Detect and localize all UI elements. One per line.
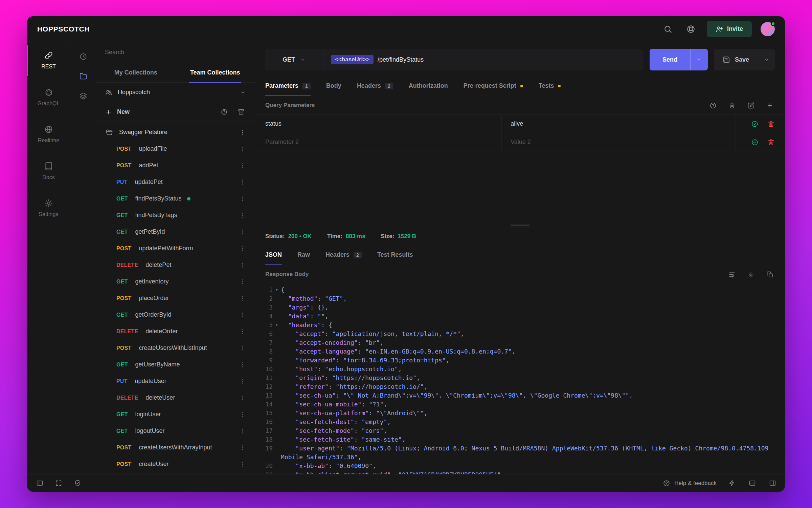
request-item-deleteorder[interactable]: DELETEdeleteOrder [96,323,255,340]
request-menu-button[interactable] [239,428,246,435]
shield-check-icon[interactable] [72,478,83,488]
request-item-getpetbyid[interactable]: GETgetPetById [96,224,255,240]
request-menu-button[interactable] [239,245,246,252]
request-item-logoutuser[interactable]: GETlogoutUser [96,423,255,439]
request-tab-parameters[interactable]: Parameters1 [265,76,311,96]
response-tab-raw[interactable]: Raw [297,245,310,265]
request-item-getinventory[interactable]: GETgetInventory [96,273,255,290]
wrap-text-icon[interactable] [727,269,737,279]
request-menu-button[interactable] [239,162,246,169]
method-selector[interactable]: GET [265,49,323,70]
request-item-findpetsbystatus[interactable]: GETfindPetsByStatus [96,190,255,207]
request-menu-button[interactable] [239,295,246,302]
nav-item-settings[interactable]: Settings [27,190,70,227]
response-tab-headers[interactable]: Headers2 [325,245,362,265]
param-active-toggle[interactable] [751,120,759,128]
nav-item-docs[interactable]: Docs [27,153,70,190]
collections-tab-my-collections[interactable]: My Collections [96,63,176,82]
request-item-addpet[interactable]: POSTaddPet [96,157,255,174]
param-key-input[interactable]: Parameter 2 [255,133,501,151]
avatar[interactable] [761,22,775,36]
history-tab[interactable] [75,49,91,64]
nav-item-graphql[interactable]: GraphQL [27,79,70,116]
zap-icon[interactable] [727,478,737,488]
request-menu-button[interactable] [239,212,246,219]
collection-folder[interactable]: Swagger Petstore [96,124,255,141]
nav-item-rest[interactable]: REST [27,42,70,79]
send-button[interactable]: Send [650,49,690,70]
request-menu-button[interactable] [239,345,246,352]
request-menu-button[interactable] [239,262,246,269]
save-options-button[interactable] [758,49,775,70]
request-item-deletepet[interactable]: DELETEdeletePet [96,257,255,273]
save-button[interactable]: Save [714,49,758,70]
copy-icon[interactable] [765,269,775,279]
request-item-updatepetwithform[interactable]: POSTupdatePetWithForm [96,240,255,257]
pane-resize-handle[interactable] [255,223,785,228]
request-menu-button[interactable] [239,278,246,285]
fold-toggle[interactable]: ▾ [273,321,281,330]
request-tab-headers[interactable]: Headers2 [357,76,393,96]
request-menu-button[interactable] [239,312,246,318]
edit-icon[interactable] [746,100,756,110]
panel-right-icon[interactable] [767,478,777,488]
invite-button[interactable]: Invite [707,21,752,37]
request-item-getorderbyid[interactable]: GETgetOrderById [96,306,255,323]
plus-icon[interactable] [765,100,775,110]
request-item-createuserswitharrayinput[interactable]: POSTcreateUsersWithArrayInput [96,439,255,456]
request-item-updateuser[interactable]: PUTupdateUser [96,373,255,389]
new-collection-button[interactable]: New [105,108,130,116]
request-item-findpetsbytags[interactable]: GETfindPetsByTags [96,207,255,224]
request-item-updatepet[interactable]: PUTupdatePet [96,174,255,190]
nav-item-realtime[interactable]: Realtime [27,116,70,153]
response-tab-json[interactable]: JSON [265,245,282,265]
response-tab-test-results[interactable]: Test Results [377,245,413,265]
environments-tab[interactable] [75,88,91,104]
request-menu-button[interactable] [239,229,246,235]
request-menu-button[interactable] [239,378,246,385]
help-feedback-button[interactable]: Help & feedback [663,480,717,487]
url-input[interactable]: <<baseUrl>> /pet/findByStatus [323,49,644,70]
download-icon[interactable] [746,269,756,279]
team-selector[interactable]: Hoppscotch [96,83,255,102]
collections-tab-team-collections[interactable]: Team Collections [176,63,255,82]
param-delete-button[interactable] [767,120,775,128]
request-item-deleteuser[interactable]: DELETEdeleteUser [96,389,255,406]
search-button[interactable] [661,22,675,36]
request-menu-button[interactable] [239,395,246,401]
request-menu-button[interactable] [239,361,246,368]
panel-bottom-icon[interactable] [747,478,757,488]
help-icon[interactable] [708,100,718,110]
param-key-input[interactable]: status [255,115,501,133]
request-item-createuser[interactable]: POSTcreateUser [96,456,255,472]
request-tab-pre-request-script[interactable]: Pre-request Script [464,76,523,96]
param-value-input[interactable]: alive [501,115,736,133]
request-item-getuserbyname[interactable]: GETgetUserByName [96,356,255,373]
request-menu-button[interactable] [239,179,246,186]
request-tab-body[interactable]: Body [326,76,341,96]
param-delete-button[interactable] [767,139,775,146]
request-menu-button[interactable] [239,444,246,451]
request-item-uploadfile[interactable]: POSTuploadFile [96,141,255,157]
support-button[interactable] [684,22,698,36]
help-icon[interactable] [219,107,229,117]
send-options-button[interactable] [690,49,708,70]
param-active-toggle[interactable] [751,139,759,146]
request-item-createuserswithlistinput[interactable]: POSTcreateUsersWithListInput [96,340,255,356]
import-export-icon[interactable] [236,107,246,117]
collections-search-input[interactable] [105,49,246,56]
param-value-input[interactable]: Value 2 [501,133,736,151]
sidebar-icon[interactable] [35,478,45,488]
request-tab-authorization[interactable]: Authorization [409,76,448,96]
request-menu-button[interactable] [239,146,246,152]
request-menu-button[interactable] [239,328,246,335]
request-menu-button[interactable] [239,461,246,468]
collections-tab[interactable] [75,68,91,84]
fold-toggle[interactable]: ▾ [273,285,281,294]
request-item-loginuser[interactable]: GETloginUser [96,406,255,423]
request-menu-button[interactable] [239,411,246,418]
trash-icon[interactable] [727,100,737,110]
expand-icon[interactable] [53,478,64,488]
request-menu-button[interactable] [239,195,246,202]
request-item-placeorder[interactable]: POSTplaceOrder [96,290,255,306]
